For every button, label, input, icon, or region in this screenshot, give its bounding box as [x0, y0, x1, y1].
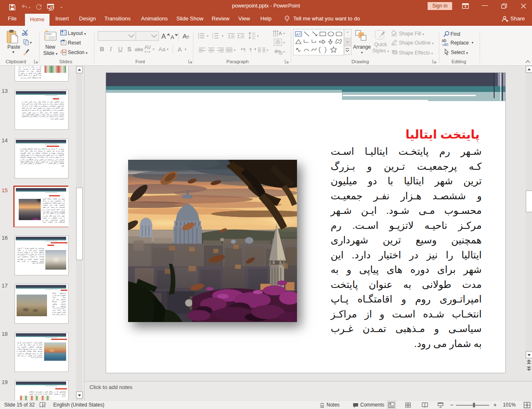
svg-text:¶: ¶: [250, 48, 252, 52]
svg-text:¶: ¶: [243, 48, 245, 52]
svg-text:3: 3: [212, 37, 213, 39]
svg-text:A: A: [296, 32, 299, 36]
svg-text:A: A: [279, 31, 282, 36]
